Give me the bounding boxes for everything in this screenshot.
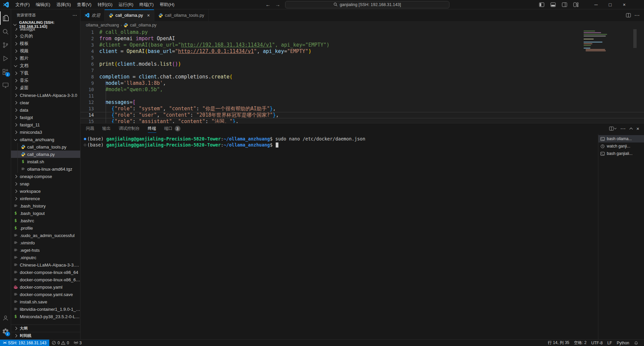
minimize-button[interactable]: ─ bbox=[589, 0, 603, 9]
command-center-search[interactable]: ganjialing [SSH: 192.168.31.143] bbox=[285, 1, 449, 8]
tree-item[interactable]: 桌面 bbox=[11, 84, 80, 92]
tree-item[interactable]: $.profile bbox=[11, 224, 80, 232]
source-control-icon[interactable] bbox=[0, 38, 11, 52]
code-line-6[interactable]: 6print(client.models.list()) bbox=[80, 61, 644, 67]
tree-item[interactable]: libnvidia-container1_1.9.0-1_amd64... bbox=[11, 305, 80, 313]
eol[interactable]: LF bbox=[605, 340, 614, 346]
panel-tab-问题[interactable]: 问题 bbox=[86, 123, 94, 134]
toggle-secondary-sidebar-icon[interactable] bbox=[560, 1, 569, 8]
tree-item[interactable]: 音乐 bbox=[11, 77, 80, 84]
tree-item[interactable]: 文档 bbox=[11, 62, 80, 69]
remote-explorer-icon[interactable] bbox=[0, 78, 11, 92]
tree-item[interactable]: 公共的 bbox=[11, 33, 80, 40]
tree-item[interactable]: snap bbox=[11, 180, 80, 187]
nav-back-icon[interactable]: ← bbox=[266, 2, 271, 7]
code-line-4[interactable]: 4client = OpenAI(base_url="http://127.0.… bbox=[80, 48, 644, 55]
tree-item[interactable]: 图片 bbox=[11, 55, 80, 62]
panel-more-actions-icon[interactable]: ⋯ bbox=[620, 125, 626, 132]
panel-tab-输出[interactable]: 输出 bbox=[102, 123, 111, 134]
tree-item[interactable]: Chinese-LLaMA-Alpaca-3-3.0.tar.gz bbox=[11, 261, 80, 269]
terminal-list-item[interactable]: bash ollama... bbox=[598, 135, 644, 142]
search-sidebar-icon[interactable] bbox=[0, 25, 11, 38]
terminal-list-item[interactable]: bash ganjiali... bbox=[598, 150, 644, 157]
tree-item[interactable]: .sudo_as_admin_successful bbox=[11, 232, 80, 239]
code-line-9[interactable]: 9 model='llama3.1:8b', bbox=[80, 80, 644, 86]
tree-item[interactable]: docker-compose-linux-x86_64 bbox=[11, 269, 80, 276]
terminal[interactable]: (base) ganjialing@ganjialing-Precision-5… bbox=[80, 134, 598, 339]
tree-item[interactable]: $install.sh bbox=[11, 158, 80, 165]
editor-more-actions-icon[interactable]: ⋯ bbox=[634, 12, 640, 18]
code-line-10[interactable]: 10 #model="qwen:0.5b", bbox=[80, 86, 644, 93]
toggle-sidebar-icon[interactable] bbox=[537, 1, 546, 8]
nav-forward-icon[interactable]: → bbox=[275, 2, 280, 7]
code-line-15[interactable]: 15 {"role": "assistant", "content": "法国。… bbox=[80, 118, 644, 123]
tree-item[interactable]: $.bashrc bbox=[11, 217, 80, 224]
extensions-icon[interactable]: 1 bbox=[0, 65, 11, 78]
tree-item[interactable]: .xinputrc bbox=[11, 254, 80, 261]
workspace-section-header[interactable]: GANJIALING [SSH: 192.168.31.143] bbox=[11, 21, 80, 28]
tree-item[interactable]: call_ollama.py bbox=[11, 151, 80, 158]
tab-__[interactable]: 欢迎 bbox=[80, 9, 105, 21]
menu-文件[interactable]: 文件(F) bbox=[12, 0, 33, 9]
panel-tab-端口[interactable]: 端口3 bbox=[164, 123, 180, 134]
problems-status[interactable]: 0 0 bbox=[49, 340, 71, 346]
encoding[interactable]: UTF-8 bbox=[589, 340, 605, 346]
panel-close-icon[interactable]: × bbox=[636, 126, 639, 131]
tree-item[interactable]: $.bash_logout bbox=[11, 210, 80, 217]
menu-终端[interactable]: 终端(T) bbox=[136, 0, 157, 9]
tree-item[interactable]: .wget-hsts bbox=[11, 246, 80, 254]
tree-item[interactable]: workspace bbox=[11, 187, 80, 195]
code-line-7[interactable]: 7 bbox=[80, 67, 644, 74]
code-line-1[interactable]: 1# call_ollama.py bbox=[80, 29, 644, 36]
toggle-panel-icon[interactable] bbox=[549, 1, 557, 8]
code-line-12[interactable]: 12 messages=[ bbox=[80, 99, 644, 106]
close-button[interactable]: × bbox=[617, 0, 631, 9]
breadcrumb-folder[interactable]: ollama_anzhuang bbox=[86, 23, 119, 27]
code-editor[interactable]: 1# call_ollama.py2from openai import Ope… bbox=[80, 29, 644, 123]
menu-帮助[interactable]: 帮助(H) bbox=[157, 0, 177, 9]
panel-tab-终端[interactable]: 终端 bbox=[148, 123, 156, 134]
maximize-button[interactable]: □ bbox=[603, 0, 617, 9]
language-mode[interactable]: Python bbox=[614, 340, 632, 346]
code-line-3[interactable]: 3#client = OpenAI(base_url="http://192.1… bbox=[80, 42, 644, 48]
remote-indicator[interactable]: >< SSH: 192.168.31.143 bbox=[0, 340, 49, 346]
menu-运行[interactable]: 运行(R) bbox=[115, 0, 136, 9]
run-debug-icon[interactable] bbox=[0, 52, 11, 65]
customize-layout-icon[interactable] bbox=[572, 1, 580, 8]
outline-section[interactable]: 大纲 bbox=[11, 325, 80, 332]
tree-item[interactable]: xinference bbox=[11, 195, 80, 202]
indentation[interactable]: 空格: 2 bbox=[572, 340, 589, 346]
split-editor-icon[interactable] bbox=[626, 13, 631, 17]
code-line-11[interactable]: 11 bbox=[80, 93, 644, 99]
tree-item[interactable]: clear bbox=[11, 99, 80, 106]
tree-item[interactable]: docker-compose-linux-x86_64.1 bbox=[11, 276, 80, 283]
tree-item[interactable]: miniconda3 bbox=[11, 128, 80, 136]
tree-item[interactable]: .viminfo bbox=[11, 239, 80, 246]
panel-tab-调试控制台[interactable]: 调试控制台 bbox=[119, 123, 140, 134]
tree-item[interactable]: data bbox=[11, 106, 80, 114]
prompt-decoration[interactable] bbox=[83, 144, 87, 146]
tree-item[interactable]: .bash_history bbox=[11, 202, 80, 210]
menu-编辑[interactable]: 编辑(E) bbox=[33, 0, 53, 9]
explorer-more-actions-icon[interactable]: ⋯ bbox=[72, 12, 77, 18]
tree-item[interactable]: docker-compose.yaml bbox=[11, 283, 80, 291]
command-executed-decoration[interactable] bbox=[83, 138, 87, 140]
code-line-2[interactable]: 2from openai import OpenAI bbox=[80, 36, 644, 42]
editor-scrollbar[interactable] bbox=[633, 29, 637, 48]
tab-call_ollama_tools.py[interactable]: call_ollama_tools.py bbox=[154, 9, 209, 21]
menu-转到[interactable]: 转到(G) bbox=[95, 0, 116, 9]
tree-item[interactable]: Chinese-LLaMA-Alpaca-3-3.0 bbox=[11, 92, 80, 99]
breadcrumb-file[interactable]: call_ollama.py bbox=[130, 23, 156, 27]
tree-item[interactable]: oneapi-compose bbox=[11, 173, 80, 180]
split-terminal-icon[interactable] bbox=[609, 126, 616, 131]
notifications-bell-icon[interactable] bbox=[632, 340, 641, 346]
terminal-list-item[interactable]: watch ganji... bbox=[598, 142, 644, 150]
manage-gear-icon[interactable]: 1 bbox=[0, 325, 11, 338]
tree-item[interactable]: 9lastgpt bbox=[11, 28, 80, 33]
code-line-14[interactable]: 14 {"role": "user", "content": "2018年世界杯… bbox=[80, 112, 644, 118]
tree-item[interactable]: 下载 bbox=[11, 69, 80, 77]
minimap[interactable] bbox=[584, 30, 608, 51]
panel-maximize-icon[interactable] bbox=[630, 126, 632, 132]
menu-选择[interactable]: 选择(S) bbox=[53, 0, 74, 9]
tree-item[interactable]: ollama-linux-amd64.tgz bbox=[11, 165, 80, 173]
